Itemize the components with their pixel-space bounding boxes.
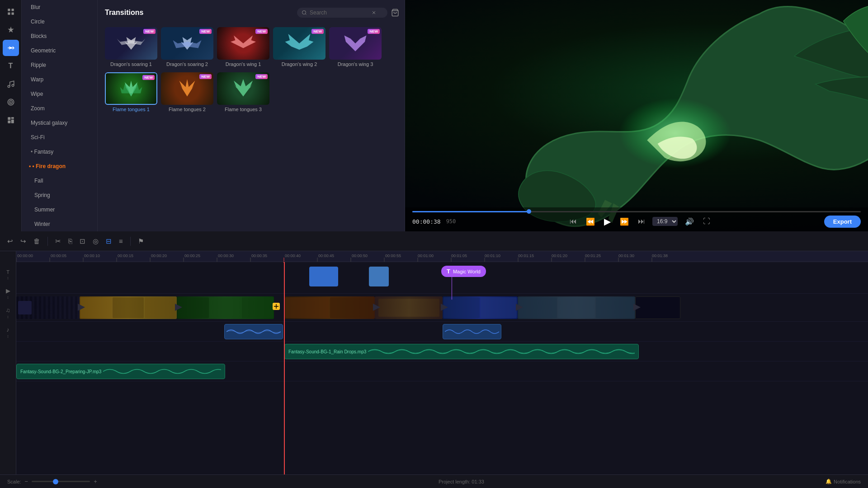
time-display: 00:00:38 [412, 218, 441, 225]
delete-button[interactable]: 🗑 [32, 235, 42, 247]
fullscreen-icon[interactable]: ⛶ [701, 216, 712, 226]
svg-text:00:01:00: 00:01:00 [418, 253, 434, 258]
title-overlay-magic-world[interactable]: T Magic World [441, 266, 486, 277]
preview-progress-bar[interactable] [412, 211, 861, 212]
dragon-soaring-2-preview [171, 32, 203, 55]
blue-overlay-rect-1[interactable] [309, 267, 338, 286]
audio-main-clip-2[interactable]: Fantasy-Sound-BG-2_Preparing-JP.mp3 [16, 364, 225, 379]
cart-button[interactable] [391, 6, 399, 19]
panel-item-ripple[interactable]: Ripple [24, 58, 95, 72]
ratio-select[interactable]: 16:9 9:16 1:1 4:3 [652, 217, 678, 226]
panel-item-warp[interactable]: Warp [24, 73, 95, 86]
transition-marker-yellow[interactable] [273, 303, 280, 310]
svg-marker-63 [373, 304, 380, 311]
transition-item-3[interactable]: NEW Dragon's wing 1 [217, 27, 269, 69]
transition-item-5[interactable]: NEW Dragon's wing 3 [329, 27, 382, 69]
timeline-toolbar: ↩ ↪ 🗑 ✂ ⎘ ⊡ ◎ ⊟ ≡ ⚑ [0, 231, 868, 251]
transition-item-2[interactable]: NEW Dragon's soaring 2 [161, 27, 213, 69]
panel-item-geometric[interactable]: Geometric [24, 44, 95, 57]
transition-item-8[interactable]: NEW Flame tongues 3 [217, 72, 269, 114]
panel-item-winter[interactable]: Winter [24, 217, 95, 231]
notifications-button[interactable]: 🔔 Notifications [826, 479, 861, 484]
go-start-button[interactable]: ⏮ [568, 216, 579, 226]
volume-icon[interactable]: 🔊 [683, 216, 696, 227]
panel-item-fall[interactable]: Fall [24, 174, 95, 188]
step-back-button[interactable]: ⏪ [584, 216, 597, 227]
video-clip-7[interactable] [518, 296, 635, 319]
copy-button[interactable]: ⎘ [66, 235, 74, 247]
panel-item-fantasy[interactable]: Fantasy [24, 145, 95, 159]
scale-plus-icon[interactable]: + [94, 478, 97, 485]
effects-icon-btn[interactable] [3, 22, 19, 38]
audio-clip-2[interactable] [443, 324, 501, 339]
panel-item-spring[interactable]: Spring [24, 188, 95, 202]
export-button[interactable]: Export [824, 216, 861, 228]
waveform-2-svg [445, 326, 499, 337]
transitions-icon-btn[interactable] [3, 40, 19, 56]
title-track: T Magic World [16, 262, 868, 294]
transition-item-7[interactable]: NEW Flame tongues 2 [161, 72, 213, 114]
text-track-add-btn[interactable]: T ↕ [6, 269, 9, 280]
svg-text:00:00:55: 00:00:55 [385, 253, 401, 258]
transitions-title: Transitions [105, 9, 143, 17]
flag-button[interactable]: ⚑ [136, 235, 146, 247]
timeline-tracks: T Magic World [16, 262, 868, 474]
video-clip-1[interactable] [16, 296, 80, 319]
audio-track-2-btn[interactable]: ♪ ↕ [6, 326, 9, 338]
video-clip-6[interactable] [443, 296, 518, 319]
panel-item-summer[interactable]: Summer [24, 203, 95, 216]
text-icon-btn[interactable]: T [3, 58, 19, 74]
split-button[interactable]: ⊟ [104, 235, 113, 247]
filters-icon-btn[interactable] [3, 94, 19, 110]
toolbar-separator-2 [130, 237, 131, 246]
mark-in-button[interactable]: ◎ [91, 235, 100, 247]
video-clip-3[interactable] [177, 296, 274, 319]
media-icon-btn[interactable] [3, 4, 19, 20]
audio-icon-btn[interactable] [3, 76, 19, 92]
flame-tongues-2-preview [171, 77, 203, 100]
cut-button[interactable]: ✂ [53, 235, 63, 247]
dragon-soaring-1-preview [115, 32, 147, 55]
transition-item-6[interactable]: NEW Flame tongues 1 [105, 72, 157, 114]
svg-text:00:00:20: 00:00:20 [151, 253, 167, 258]
transition-item-1[interactable]: NEW Dragon's soaring 1 [105, 27, 157, 69]
panel-item-zoom[interactable]: Zoom [24, 102, 95, 115]
align-button[interactable]: ≡ [117, 235, 125, 247]
play-button[interactable]: ▶ [602, 215, 613, 228]
redo-button[interactable]: ↪ [19, 235, 28, 247]
svg-marker-62 [175, 304, 182, 311]
panel-item-blocks[interactable]: Blocks [24, 29, 95, 43]
go-end-button[interactable]: ⏭ [636, 216, 647, 226]
crop-button[interactable]: ⊡ [78, 235, 87, 247]
svg-marker-61 [78, 304, 85, 311]
transition-item-4[interactable]: NEW Dragon's wing 2 [273, 27, 326, 69]
clip-connector-4 [441, 304, 448, 312]
svg-point-6 [12, 84, 14, 87]
video-clip-5[interactable] [375, 296, 443, 319]
panel-item-mystical[interactable]: Mystical galaxy [24, 116, 95, 130]
step-forward-button[interactable]: ⏩ [618, 216, 631, 227]
video-track-btn[interactable]: ▶ ↕ [6, 287, 10, 300]
video-clip-4[interactable] [284, 296, 375, 319]
clear-search-icon[interactable] [371, 10, 377, 15]
transitions-header: Transitions [98, 0, 405, 23]
undo-button[interactable]: ↩ [5, 235, 15, 247]
panel-item-blur[interactable]: Blur [24, 0, 95, 14]
svg-text:00:00:15: 00:00:15 [118, 253, 133, 258]
video-clip-8[interactable] [635, 296, 680, 319]
scale-bar: Scale: − + Project length: 01:33 🔔 Notif… [0, 474, 868, 488]
panel-item-circle[interactable]: Circle [24, 15, 95, 28]
audio-clip-1[interactable] [224, 324, 283, 339]
audio-track-btn[interactable]: ♫ ↕ [6, 307, 10, 319]
blue-overlay-rect-2[interactable] [369, 267, 389, 286]
video-clip-2[interactable] [80, 296, 177, 319]
panel-item-wipe[interactable]: Wipe [24, 87, 95, 101]
templates-icon-btn[interactable] [3, 112, 19, 128]
scale-minus-icon[interactable]: − [25, 478, 28, 485]
audio-main-clip-1[interactable]: Fantasy-Sound-BG-1_Rain Drops.mp3 [284, 344, 639, 359]
search-input[interactable] [310, 9, 368, 16]
svg-text:00:01:15: 00:01:15 [518, 253, 534, 258]
panel-item-firedragon[interactable]: • Fire dragon [24, 160, 95, 173]
scale-slider[interactable] [32, 481, 90, 482]
panel-item-scifi[interactable]: Sci-Fi [24, 131, 95, 144]
